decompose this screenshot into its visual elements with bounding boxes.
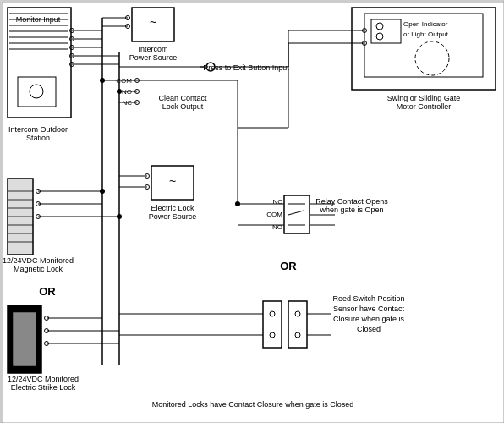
svg-text:Monitor Input: Monitor Input (16, 15, 61, 24)
svg-text:Magnetic Lock: Magnetic Lock (14, 265, 63, 273)
svg-text:Motor Controller: Motor Controller (397, 102, 452, 111)
wiring-diagram: Monitor Input Intercom Outdoor Station ~… (0, 0, 504, 423)
svg-text:OR: OR (39, 285, 56, 298)
svg-text:Sensor have Contact: Sensor have Contact (333, 305, 405, 313)
svg-point-133 (100, 78, 105, 83)
svg-text:Clean Contact: Clean Contact (158, 94, 207, 102)
svg-text:Station: Station (26, 134, 50, 142)
svg-text:Press to Exit Button Input: Press to Exit Button Input (203, 63, 289, 72)
svg-text:COM: COM (266, 211, 282, 218)
svg-text:Closure when gate is: Closure when gate is (333, 315, 405, 323)
svg-text:Electric Lock: Electric Lock (151, 204, 194, 212)
svg-text:Swing or Sliding Gate: Swing or Sliding Gate (387, 94, 461, 102)
svg-text:OR: OR (280, 260, 297, 272)
svg-point-136 (100, 189, 105, 194)
svg-text:~: ~ (150, 15, 156, 29)
svg-text:Electric Strike Lock: Electric Strike Lock (11, 383, 76, 392)
svg-text:NC: NC (272, 198, 282, 206)
svg-text:Closed: Closed (357, 325, 381, 333)
svg-text:Monitored Locks have Contact C: Monitored Locks have Contact Closure whe… (152, 400, 354, 409)
svg-text:Reed Switch Position: Reed Switch Position (332, 294, 404, 303)
svg-text:when gate is Open: when gate is Open (319, 206, 383, 214)
svg-point-134 (117, 89, 122, 94)
svg-text:Power Source: Power Source (149, 212, 197, 221)
svg-text:Intercom: Intercom (138, 45, 167, 53)
svg-text:NO: NO (272, 223, 282, 231)
svg-rect-57 (13, 312, 36, 366)
svg-text:Lock Output: Lock Output (162, 102, 204, 111)
svg-text:12/24VDC Monitored: 12/24VDC Monitored (3, 256, 74, 265)
svg-point-135 (235, 201, 240, 206)
svg-text:or Light Output: or Light Output (403, 30, 449, 38)
svg-text:~: ~ (169, 174, 176, 188)
svg-point-137 (117, 214, 122, 219)
svg-text:Open Indicator: Open Indicator (403, 20, 448, 28)
svg-text:Power Source: Power Source (129, 53, 178, 62)
svg-text:12/24VDC Monitored: 12/24VDC Monitored (8, 375, 79, 383)
svg-text:Intercom Outdoor: Intercom Outdoor (8, 125, 68, 134)
